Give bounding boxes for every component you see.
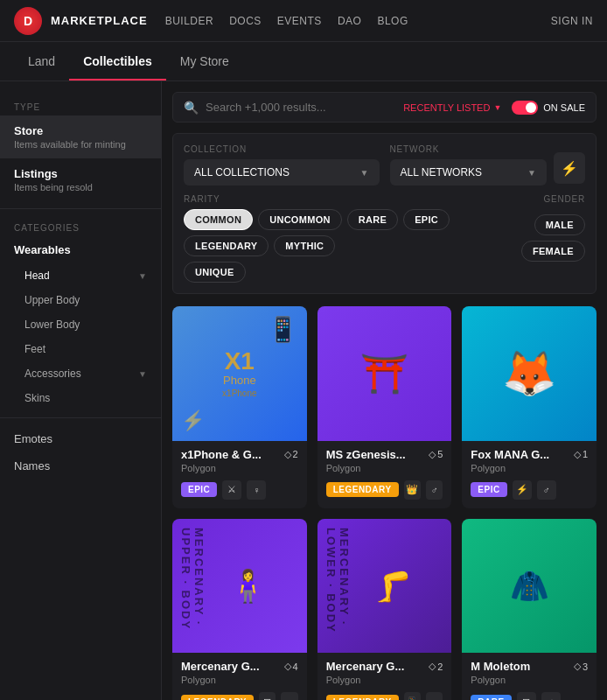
card-badges-5: RARE ⊟ ♂ <box>471 692 588 700</box>
diamond-icon-1: ◇ <box>429 449 436 460</box>
badge-icon-1a: 👑 <box>404 480 421 500</box>
mercenary-label-3: MERCENARY · UPPER · BODY <box>179 528 206 654</box>
mercenary-label-4: MERCENARY · LOWER · BODY <box>324 528 351 654</box>
chip-mythic[interactable]: MYTHIC <box>274 235 335 256</box>
nav-links: BUILDER DOCS EVENTS DAO BLOG <box>165 15 551 27</box>
item-card-3[interactable]: MERCENARY · UPPER · BODY 🧍‍♀️ Mercenary … <box>172 519 307 700</box>
sidebar-store[interactable]: Store Items available for minting <box>0 116 161 158</box>
skins-label: Skins <box>24 392 50 404</box>
sidebar-subcat-feet[interactable]: Feet <box>0 337 161 361</box>
badge-rarity-2: EPIC <box>471 482 506 497</box>
sidebar-listings[interactable]: Listings Items being resold <box>0 158 161 201</box>
sign-in-button[interactable]: SIGN IN <box>551 15 593 27</box>
chip-common[interactable]: COMMON <box>184 209 253 230</box>
listings-sub: Items being resold <box>14 182 147 192</box>
collection-chevron-icon: ▼ <box>360 168 369 178</box>
chip-epic[interactable]: EPIC <box>403 209 450 230</box>
card-thumb-3: MERCENARY · UPPER · BODY 🧍‍♀️ <box>172 519 307 654</box>
badge-icon-0a: ⚔ <box>222 480 241 500</box>
card-title-row-2: Fox MANA G... ◇ 1 <box>471 448 588 461</box>
sidebar-emotes[interactable]: Emotes <box>0 425 161 452</box>
rarity-chips: COMMON UNCOMMON RARE EPIC LEGENDARY MYTH… <box>184 209 521 256</box>
diamond-icon-2: ◇ <box>574 449 581 460</box>
item-card-2[interactable]: 🦊 Fox MANA G... ◇ 1 Polygon EPIC ⚡ ♂ <box>462 306 597 508</box>
badge-icon-2a: ⚡ <box>513 480 532 500</box>
on-sale-label: ON SALE <box>543 102 585 113</box>
top-nav: D MARKETPLACE BUILDER DOCS EVENTS DAO BL… <box>0 0 607 42</box>
badge-rarity-5: RARE <box>471 695 511 700</box>
logo-icon: D <box>14 7 42 35</box>
rarity-label: RARITY <box>184 194 521 204</box>
tab-land[interactable]: Land <box>14 42 69 80</box>
filters-area: COLLECTION ALL COLLECTIONS ▼ NETWORK ALL… <box>172 133 597 294</box>
network-label: NETWORK <box>390 144 548 154</box>
card-title-row-3: Mercenary G... ◇ 4 <box>181 660 298 673</box>
type-label: TYPE <box>0 95 161 116</box>
chip-legendary[interactable]: LEGENDARY <box>184 235 269 256</box>
card-count-1: ◇ 5 <box>429 449 443 460</box>
card-title-1: MS zGenesis... <box>326 448 424 461</box>
card-count-5: ◇ 3 <box>574 661 588 672</box>
tab-my-store[interactable]: My Store <box>166 42 243 80</box>
sidebar-subcat-head[interactable]: Head ▼ <box>0 263 161 288</box>
card-network-1: Polygon <box>326 463 443 473</box>
item-card-5[interactable]: 🧥 M Moletom ◇ 3 Polygon RARE ⊟ ♂ <box>462 519 597 700</box>
card-body-2: Fox MANA G... ◇ 1 Polygon EPIC ⚡ ♂ <box>462 441 597 508</box>
chip-rare[interactable]: RARE <box>347 209 398 230</box>
item-card-1[interactable]: ⛩️ MS zGenesis... ◇ 5 Polygon LEGENDARY … <box>317 306 452 508</box>
network-filter: NETWORK ALL NETWORKS ▼ <box>390 144 548 186</box>
nav-builder[interactable]: BUILDER <box>165 15 214 27</box>
sidebar-names[interactable]: Names <box>0 452 161 480</box>
network-value: ALL NETWORKS <box>401 166 483 178</box>
card-badges-4: LEGENDARY 📱 ♀ <box>326 692 443 700</box>
card-title-row-0: x1Phone & G... ◇ 2 <box>181 448 298 461</box>
chip-uncommon[interactable]: UNCOMMON <box>258 209 342 230</box>
search-input[interactable] <box>206 93 403 122</box>
nav-blog[interactable]: BLOG <box>377 15 408 27</box>
sidebar-subcat-skins[interactable]: Skins <box>0 386 161 410</box>
card-art-3: MERCENARY · UPPER · BODY 🧍‍♀️ <box>172 519 307 654</box>
sidebar-subcat-lower-body[interactable]: Lower Body <box>0 312 161 337</box>
chip-female[interactable]: FEMALE <box>521 241 585 262</box>
on-sale-toggle[interactable]: ON SALE <box>512 101 585 115</box>
rarity-gender-row: RARITY COMMON UNCOMMON RARE EPIC LEGENDA… <box>184 194 585 283</box>
diamond-icon-0: ◇ <box>284 449 291 460</box>
wearables-category[interactable]: Wearables <box>0 236 161 263</box>
badge-icon-0b: ♀ <box>247 480 266 500</box>
card-title-row-5: M Moletom ◇ 3 <box>471 660 588 673</box>
nav-events[interactable]: EVENTS <box>277 15 322 27</box>
store-title: Store <box>14 124 147 137</box>
sidebar-subcat-accessories[interactable]: Accessories ▼ <box>0 361 161 386</box>
item-card-0[interactable]: X1 Phone x1Phone 📱 ⚡ x1Phone & G... ◇ 2 <box>172 306 307 508</box>
card-count-2: ◇ 1 <box>574 449 588 460</box>
card-title-4: Mercenary G... <box>326 660 424 673</box>
store-sub: Items available for minting <box>14 139 147 150</box>
nav-dao[interactable]: DAO <box>338 15 362 27</box>
chip-unique[interactable]: UNIQUE <box>184 262 246 283</box>
badge-icon-5b: ♂ <box>541 692 561 700</box>
chip-male[interactable]: MALE <box>534 214 585 235</box>
sidebar-subcat-upper-body[interactable]: Upper Body <box>0 288 161 312</box>
lightning-filter: ⚡ <box>554 144 585 186</box>
card-count-0: ◇ 2 <box>284 449 298 460</box>
card-art-1: ⛩️ <box>317 306 452 441</box>
accessories-label: Accessories <box>24 368 81 380</box>
item-card-4[interactable]: MERCENARY · LOWER · BODY 🦵 Mercenary G..… <box>317 519 452 700</box>
network-select[interactable]: ALL NETWORKS ▼ <box>390 159 548 186</box>
lightning-button[interactable]: ⚡ <box>554 152 585 184</box>
network-chevron-icon: ▼ <box>527 168 536 178</box>
card-count-3: ◇ 4 <box>284 661 298 672</box>
toggle-pill[interactable] <box>512 101 538 115</box>
recently-listed-button[interactable]: RECENTLY LISTED ▼ <box>403 102 501 113</box>
collection-network-row: COLLECTION ALL COLLECTIONS ▼ NETWORK ALL… <box>184 144 585 186</box>
card-network-5: Polygon <box>471 675 588 685</box>
badge-icon-3a: ⊟ <box>259 692 276 700</box>
tab-collectibles[interactable]: Collectibles <box>69 42 166 80</box>
collection-select[interactable]: ALL COLLECTIONS ▼ <box>184 159 380 186</box>
upper-body-label: Upper Body <box>24 294 80 306</box>
chevron-right-icon-acc: ▼ <box>138 369 147 379</box>
main-layout: TYPE Store Items available for minting L… <box>0 81 607 700</box>
nav-docs[interactable]: DOCS <box>229 15 262 27</box>
card-body-5: M Moletom ◇ 3 Polygon RARE ⊟ ♂ <box>462 653 597 700</box>
head-label: Head <box>24 270 50 282</box>
